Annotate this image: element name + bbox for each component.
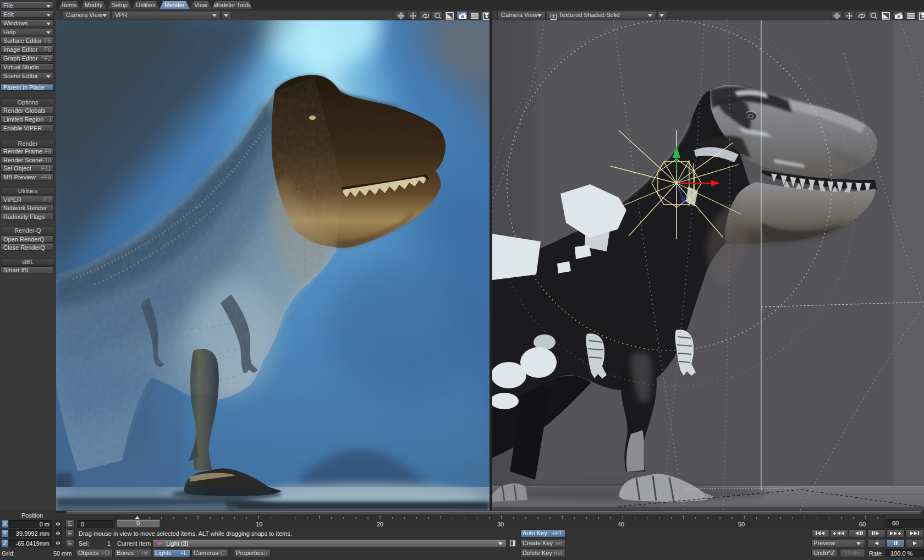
svg-text:60: 60 (859, 521, 866, 528)
svg-text:20: 20 (377, 521, 383, 528)
svg-text:0: 0 (136, 520, 140, 526)
svg-text:50: 50 (738, 521, 745, 528)
svg-text:30: 30 (497, 521, 504, 528)
svg-text:10: 10 (256, 521, 262, 528)
svg-text:60: 60 (892, 520, 899, 526)
svg-text:40: 40 (618, 521, 624, 528)
